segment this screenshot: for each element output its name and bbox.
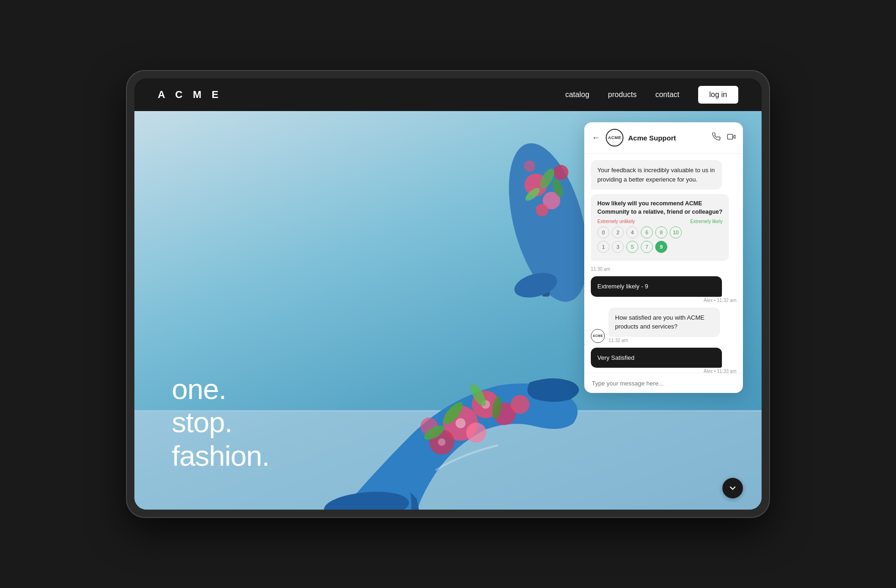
msg1-text: Your feedback is incredibly valuable to …	[597, 167, 715, 183]
svg-point-20	[511, 395, 529, 413]
svg-point-21	[455, 418, 466, 428]
chat-back-button[interactable]: ←	[592, 133, 600, 143]
user-message-1-wrap: Extremely likely - 9 Alex • 11:32 am	[591, 276, 736, 303]
msg5-meta: Alex • 11:33 am	[591, 369, 736, 373]
chat-message-1: Your feedback is incredibly valuable to …	[591, 160, 722, 189]
user-message-2-wrap: Very Satisfied Alex • 11:33 am	[591, 348, 736, 373]
nav-catalog[interactable]: catalog	[565, 91, 589, 99]
chat-agent-name: Acme Support	[628, 134, 707, 142]
nav-contact[interactable]: contact	[655, 91, 679, 99]
nps-row-1: 0 2 4 6 8 10	[597, 226, 722, 238]
svg-point-17	[466, 423, 486, 443]
svg-marker-29	[733, 135, 735, 139]
nps-label-unlikely: Extremely unlikely	[597, 219, 635, 224]
device-frame: A C M E catalog products contact log in	[126, 70, 770, 518]
chat-input-area	[584, 373, 743, 393]
video-icon[interactable]	[727, 133, 735, 143]
msg4-col: How satisfied are you with ACME products…	[609, 308, 732, 343]
nps-6[interactable]: 6	[641, 226, 653, 238]
nps-7[interactable]: 7	[641, 241, 653, 253]
navbar: A C M E catalog products contact log in	[134, 78, 762, 111]
nps-labels: Extremely unlikely Extremely likely	[597, 219, 722, 224]
hero-tagline: one. stop. fashion.	[172, 372, 269, 472]
nps-4[interactable]: 4	[626, 226, 638, 238]
scroll-down-button[interactable]	[722, 478, 743, 498]
device-screen: A C M E catalog products contact log in	[134, 78, 762, 510]
nav-links: catalog products contact log in	[565, 86, 738, 104]
nps-1[interactable]: 1	[597, 241, 609, 253]
nav-products[interactable]: products	[608, 91, 637, 99]
chat-message-5: Very Satisfied	[591, 348, 722, 368]
chat-nps-widget: How likely will you recommend ACME Commu…	[591, 194, 729, 261]
nps-0[interactable]: 0	[597, 226, 609, 238]
phone-icon[interactable]	[712, 133, 721, 143]
chat-avatar-text: ACME	[608, 135, 622, 140]
tagline-line1: one.	[172, 372, 269, 406]
svg-point-7	[536, 204, 548, 217]
chat-messages: Your feedback is incredibly valuable to …	[584, 154, 743, 373]
support-msg-4-row: ACME How satisfied are you with ACME pro…	[591, 308, 736, 343]
chat-input[interactable]	[592, 380, 735, 387]
nps-label-likely: Extremely likely	[690, 219, 722, 224]
chat-avatar: ACME	[606, 129, 623, 147]
svg-rect-30	[728, 134, 733, 140]
svg-point-6	[553, 165, 568, 180]
nps-5[interactable]: 5	[626, 241, 638, 253]
login-button[interactable]: log in	[698, 86, 738, 104]
chat-message-4: How satisfied are you with ACME products…	[609, 308, 720, 337]
nps-timestamp: 11:30 am	[591, 266, 736, 272]
nps-3[interactable]: 3	[612, 241, 624, 253]
svg-point-8	[524, 161, 535, 172]
nps-10[interactable]: 10	[670, 226, 682, 238]
svg-point-23	[438, 438, 445, 446]
nps-9[interactable]: 9	[655, 241, 667, 253]
chat-header-icons	[712, 133, 735, 143]
chat-message-3: Extremely likely - 9	[591, 276, 722, 297]
nps-question: How likely will you recommend ACME Commu…	[597, 200, 722, 216]
nps-2[interactable]: 2	[612, 226, 624, 238]
chat-widget: ← ACME Acme Support	[584, 122, 743, 393]
nps-row-2: 1 3 5 7 9	[597, 241, 722, 253]
msg3-meta: Alex • 11:32 am	[591, 298, 736, 303]
msg4-timestamp: 11:32 am	[609, 338, 732, 343]
hero-section: one. stop. fashion. ← ACME Acme Support	[134, 111, 762, 510]
acme-avatar-2: ACME	[591, 329, 605, 343]
nps-8[interactable]: 8	[655, 226, 667, 238]
chat-header: ← ACME Acme Support	[584, 122, 743, 154]
site-logo[interactable]: A C M E	[158, 89, 222, 101]
tagline-line2: stop.	[172, 406, 269, 439]
tagline-line3: fashion.	[172, 439, 269, 472]
